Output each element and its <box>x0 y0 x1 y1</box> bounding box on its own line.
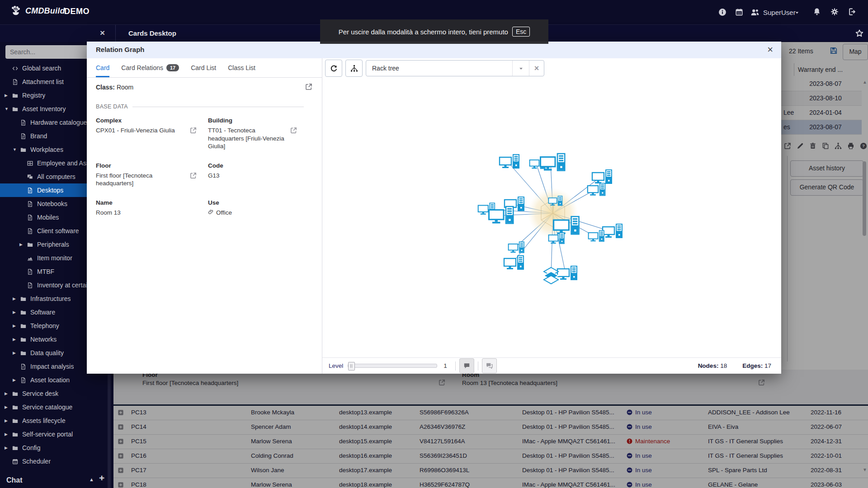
tab-label: Card <box>96 64 109 71</box>
field-label: Building <box>208 117 308 124</box>
bell-icon[interactable] <box>812 7 821 16</box>
tab-card[interactable]: Card <box>96 58 109 77</box>
chevron-down-icon[interactable] <box>512 61 529 76</box>
graph-layout-button[interactable] <box>345 60 363 77</box>
sidebar-item-label: All computers <box>37 173 75 180</box>
sidebar-item-label: Mobiles <box>37 214 59 221</box>
sidebar-item-label: Networks <box>30 336 57 343</box>
caret-right-icon[interactable]: ▶ <box>5 432 12 436</box>
base-data-section: BASE DATA <box>96 103 304 110</box>
folder-icon <box>20 336 27 343</box>
sidebar-item-service-desk[interactable]: ▶Service desk <box>0 387 113 400</box>
field-label: Name <box>96 199 208 206</box>
open-card-icon[interactable] <box>305 83 313 91</box>
tab-cards-desktop[interactable]: Cards Desktop <box>128 29 176 37</box>
sidebar-item-service-catalogue[interactable]: ▶Service catalogue <box>0 400 113 414</box>
caret-right-icon[interactable]: ▶ <box>13 378 20 382</box>
sign-out-icon[interactable] <box>848 7 857 16</box>
external-link-icon[interactable] <box>189 172 197 179</box>
sidebar-item-label: Impact analysis <box>30 363 74 370</box>
search-input[interactable] <box>5 45 91 59</box>
caret-right-icon[interactable]: ▶ <box>13 337 20 342</box>
sidebar-item-assets-lifecycle[interactable]: ▶Assets lifecycle <box>0 414 113 427</box>
computers-icon <box>27 174 33 180</box>
computer-node-icon[interactable] <box>557 266 577 280</box>
computer-node-icon[interactable] <box>509 242 524 253</box>
class-value: Room <box>117 84 133 91</box>
caret-right-icon[interactable]: ▶ <box>5 418 12 423</box>
field-value: First floor [Tecnoteca headquarters] <box>96 172 178 188</box>
pdf-icon <box>20 363 27 370</box>
sidebar-item-label: Desktops <box>37 187 63 194</box>
caret-right-icon[interactable]: ▶ <box>13 351 20 355</box>
relation-graph[interactable] <box>322 78 781 357</box>
folder-icon <box>12 445 19 451</box>
info-icon[interactable] <box>718 8 727 17</box>
field-value-row: CPX01 - Friuli-Venezia Giulia <box>96 127 208 135</box>
level-value: 1 <box>443 362 447 369</box>
user-menu[interactable]: SuperUser <box>763 9 796 16</box>
file-icon <box>20 133 27 140</box>
level-label: Level <box>329 362 343 369</box>
clear-selector-icon[interactable]: × <box>529 61 544 76</box>
caret-right-icon[interactable]: ▶ <box>5 405 12 409</box>
chat-collapse-icon[interactable]: ▲ <box>89 477 94 482</box>
caret-down-icon[interactable]: ▼ <box>5 107 12 111</box>
favorite-star-icon[interactable] <box>854 28 864 38</box>
floor-node-icon[interactable] <box>544 267 558 284</box>
sidebar-item-asset-location[interactable]: ▶Asset location <box>0 373 113 387</box>
tree-selector[interactable]: Rack tree × <box>366 60 544 76</box>
pdf-icon <box>12 79 19 85</box>
show-all-labels-button[interactable] <box>482 358 497 373</box>
caret-right-icon[interactable]: ▶ <box>13 296 20 301</box>
level-slider[interactable] <box>348 364 437 368</box>
tab-badge: 17 <box>166 64 179 71</box>
external-link-icon[interactable] <box>189 127 197 134</box>
app-logo[interactable]: CMDBuild <box>10 5 65 17</box>
users-icon[interactable] <box>750 7 760 17</box>
caret-right-icon[interactable]: ▶ <box>5 93 12 98</box>
show-labels-button[interactable] <box>459 358 474 373</box>
calendar-icon[interactable] <box>735 8 744 17</box>
computer-node-icon[interactable] <box>592 170 612 183</box>
chevron-down-icon[interactable] <box>794 9 800 16</box>
chat-bar[interactable]: Chat ▲ + <box>0 472 113 488</box>
tab-card-relations[interactable]: Card Relations17 <box>121 58 179 77</box>
modal-close-icon[interactable]: × <box>767 44 773 56</box>
caret-right-icon[interactable]: ▶ <box>13 324 20 328</box>
level-slider-handle[interactable] <box>348 362 355 371</box>
caret-right-icon[interactable]: ▶ <box>13 310 20 314</box>
sidebar-item-label: Notebooks <box>37 200 67 207</box>
tab-card-list[interactable]: Card List <box>191 58 216 77</box>
folder-icon <box>12 418 19 424</box>
sidebar-item-self-service-portal[interactable]: ▶Self-service portal <box>0 427 113 441</box>
folder-icon <box>12 404 19 411</box>
external-link-icon[interactable] <box>290 127 297 134</box>
caret-right-icon[interactable]: ▶ <box>5 446 12 450</box>
folder-icon <box>20 323 27 329</box>
graph-canvas[interactable] <box>322 78 781 357</box>
computer-node-icon[interactable] <box>504 256 524 269</box>
folder-icon <box>20 146 27 153</box>
computer-node-icon[interactable] <box>589 230 604 241</box>
field-value-row: Room 13 <box>96 209 208 217</box>
caret-right-icon[interactable]: ▶ <box>5 391 12 396</box>
sidebar-item-scheduler[interactable]: Scheduler <box>0 455 113 468</box>
file-icon <box>27 228 33 235</box>
code-icon <box>12 65 19 72</box>
caret-down-icon[interactable]: ▼ <box>13 147 20 152</box>
comments-icon <box>486 362 493 370</box>
caret-right-icon[interactable]: ▶ <box>19 242 27 247</box>
tab-class-list[interactable]: Class List <box>228 58 255 77</box>
cmdbuild-logo-icon <box>10 5 22 17</box>
sidebar-item-config[interactable]: ▶Config <box>0 441 113 455</box>
refresh-button[interactable] <box>325 60 342 77</box>
computer-node-icon[interactable] <box>500 155 519 168</box>
close-panel-icon[interactable]: × <box>100 28 105 38</box>
sidebar-item-label: MTBF <box>37 268 54 275</box>
computer-node-icon[interactable] <box>603 224 622 238</box>
folder-icon <box>12 390 19 397</box>
pdf-icon <box>27 282 33 289</box>
chat-add-icon[interactable]: + <box>99 473 104 483</box>
gear-icon[interactable] <box>830 7 839 16</box>
